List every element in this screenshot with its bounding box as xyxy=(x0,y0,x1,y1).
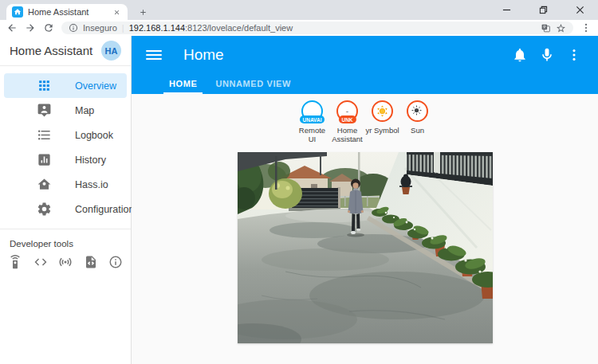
badge-circle xyxy=(372,100,393,122)
info-icon[interactable] xyxy=(108,255,123,269)
badges-row: UNAVAI Remote UI - UNK Home Assistant xyxy=(295,100,435,144)
bar-chart-icon xyxy=(37,152,52,167)
browser-window: Home Assistant xyxy=(0,0,598,364)
notifications-bell-icon[interactable] xyxy=(512,47,528,63)
new-tab-button[interactable] xyxy=(136,5,150,19)
browser-titlebar: Home Assistant xyxy=(0,0,598,20)
site-info-icon[interactable] xyxy=(69,23,78,33)
badge-name: Home Assistant xyxy=(330,127,365,144)
restore-button[interactable] xyxy=(525,0,561,20)
badge-state: UNK xyxy=(338,115,356,123)
badge-name: Remote UI xyxy=(295,127,330,144)
remote-icon[interactable] xyxy=(8,255,22,269)
sidebar-item-hassio[interactable]: Hass.io xyxy=(4,172,127,197)
back-icon[interactable] xyxy=(6,22,18,33)
badge-value: - xyxy=(346,107,348,115)
tab-unnamed-view[interactable]: UNNAMED VIEW xyxy=(210,74,297,94)
sidebar-menu: Overview Map Logbook xyxy=(0,66,131,221)
url-field[interactable]: Inseguro | 192.168.1.144:8123/lovelace/d… xyxy=(61,22,573,34)
app-header: Home HOME UNNAMED VIEW xyxy=(132,36,598,94)
badge-circle: - UNK xyxy=(336,100,358,122)
microphone-icon[interactable] xyxy=(539,47,555,63)
app-toolbar: Home xyxy=(132,36,598,74)
hamburger-menu-icon[interactable] xyxy=(146,50,162,60)
sidebar-item-label: Overview xyxy=(75,80,116,92)
user-avatar[interactable]: HA xyxy=(101,41,121,61)
forward-icon[interactable] xyxy=(25,22,36,33)
sidebar-item-configuration[interactable]: Configuration xyxy=(4,197,127,221)
sidebar-item-overview[interactable]: Overview xyxy=(4,73,127,98)
url-path: :8123/lovelace/default_view xyxy=(185,23,293,33)
badge-name: yr Symbol xyxy=(365,127,399,135)
sidebar-item-map[interactable]: Map xyxy=(4,98,127,123)
badge-state: UNAVAI xyxy=(300,115,325,123)
browser-tab-title: Home Assistant xyxy=(28,7,106,17)
home-assistant-app: Home Assistant HA Overview Map xyxy=(0,36,598,364)
badge-remote-ui[interactable]: UNAVAI Remote UI xyxy=(295,100,330,144)
badge-circle xyxy=(407,100,428,122)
sidebar-header: Home Assistant HA xyxy=(0,36,131,66)
window-controls xyxy=(488,0,598,20)
tab-close-icon[interactable] xyxy=(111,6,122,18)
sidebar-item-logbook[interactable]: Logbook xyxy=(4,123,127,147)
security-label[interactable]: Inseguro xyxy=(83,23,117,33)
badge-yr-symbol[interactable]: yr Symbol xyxy=(365,100,400,144)
apps-grid-icon xyxy=(37,78,52,93)
badge-home-assistant[interactable]: - UNK Home Assistant xyxy=(330,100,365,144)
browser-menu-icon[interactable] xyxy=(580,22,592,33)
sun-dark-icon xyxy=(411,104,424,118)
view-tabs: HOME UNNAMED VIEW xyxy=(163,74,598,94)
page-title: Home xyxy=(183,46,501,64)
browser-tab[interactable]: Home Assistant xyxy=(6,4,128,20)
camera-card[interactable] xyxy=(238,152,493,343)
sidebar-item-label: Logbook xyxy=(75,130,113,141)
tab-home[interactable]: HOME xyxy=(163,74,203,94)
url-separator: | xyxy=(122,23,124,33)
gear-icon xyxy=(37,202,52,217)
sidebar-item-label: Map xyxy=(75,105,94,116)
dev-tools-label: Developer tools xyxy=(0,229,131,255)
sidebar-item-label: Configuration xyxy=(75,204,134,215)
url-host: 192.168.1.144 xyxy=(129,23,185,33)
sidebar: Home Assistant HA Overview Map xyxy=(0,36,132,364)
overflow-menu-icon[interactable] xyxy=(566,47,582,63)
sidebar-item-label: Hass.io xyxy=(75,179,108,190)
sidebar-title: Home Assistant xyxy=(10,44,101,57)
home-assistant-favicon-icon xyxy=(12,6,23,18)
sidebar-item-label: History xyxy=(75,155,106,166)
translate-icon[interactable] xyxy=(541,23,551,33)
map-account-icon xyxy=(37,103,52,118)
badge-circle: UNAVAI xyxy=(301,100,323,122)
reload-icon[interactable] xyxy=(43,22,54,33)
url-text[interactable]: 192.168.1.144:8123/lovelace/default_view xyxy=(129,23,293,33)
home-assistant-icon xyxy=(37,177,52,192)
access-point-icon[interactable] xyxy=(58,255,73,269)
list-bulleted-icon xyxy=(37,127,52,143)
close-window-button[interactable] xyxy=(561,0,598,20)
camera-image xyxy=(238,152,493,343)
code-tags-icon[interactable] xyxy=(33,255,48,269)
dev-tools-row xyxy=(0,255,131,269)
file-code-icon[interactable] xyxy=(84,255,98,269)
bookmark-star-icon[interactable] xyxy=(556,23,566,33)
sidebar-item-history[interactable]: History xyxy=(4,147,127,172)
sun-yellow-icon xyxy=(376,104,389,118)
badge-name: Sun xyxy=(411,127,424,135)
main-panel: Home HOME UNNAMED VIEW xyxy=(132,36,598,364)
minimize-button[interactable] xyxy=(488,0,525,20)
view-content: UNAVAI Remote UI - UNK Home Assistant xyxy=(132,94,598,364)
browser-addressbar: Inseguro | 192.168.1.144:8123/lovelace/d… xyxy=(0,20,598,36)
badge-sun[interactable]: Sun xyxy=(400,100,435,144)
